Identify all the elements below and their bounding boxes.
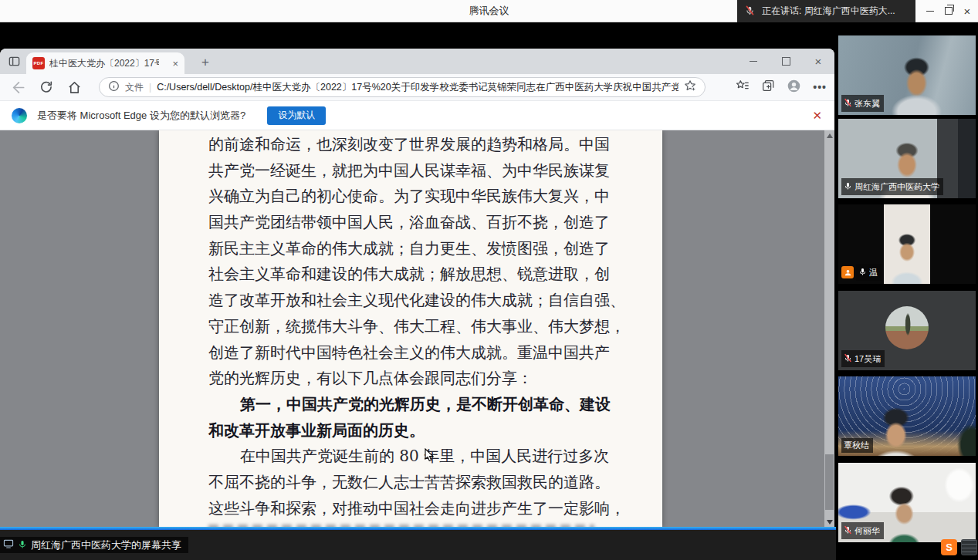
- back-button[interactable]: [11, 80, 25, 95]
- browser-minimize-button[interactable]: [737, 49, 770, 74]
- close-icon: ×: [815, 55, 822, 68]
- minimize-icon: [926, 11, 934, 12]
- toast-microphone-icon: [745, 5, 755, 19]
- browser-tab-active[interactable]: PDF 桂中医大党办〔2022〕17号 关于 ×: [26, 52, 184, 74]
- add-favorite-star-icon[interactable]: [684, 79, 696, 95]
- participant-tile-3[interactable]: 温: [838, 204, 976, 284]
- scrollbar-thumb[interactable]: [825, 454, 834, 510]
- participant-name: 张东翼: [854, 98, 880, 110]
- refresh-button[interactable]: [39, 80, 53, 94]
- document-line: 创造了新时代中国特色社会主义的伟大成就。重温中国共产: [208, 340, 652, 366]
- pdf-file-icon: PDF: [32, 57, 45, 69]
- maximize-icon: [782, 57, 790, 66]
- close-icon: ×: [964, 5, 971, 17]
- document-line: 社会主义革命和建设的伟大成就；解放思想、锐意进取，创: [208, 261, 652, 288]
- sogou-input-icon[interactable]: S: [941, 539, 957, 555]
- participant-tile-5[interactable]: 覃秋结: [838, 376, 976, 456]
- browser-close-button[interactable]: ×: [802, 49, 834, 74]
- participant-nameplate: 17吴瑞: [841, 350, 885, 367]
- participant-avatar: [885, 306, 929, 349]
- participants-sidebar: 张东翼周红海广西中医药大学温17吴瑞覃秋结何丽华: [836, 22, 978, 560]
- participant-nameplate: 温: [841, 264, 882, 281]
- participant-tile-6[interactable]: 何丽华: [838, 463, 976, 542]
- address-bar[interactable]: 文件 | C:/Users/dell/Desktop/桂中医大党办〔2022〕1…: [99, 77, 706, 97]
- participant-name: 何丽华: [854, 525, 880, 537]
- close-button[interactable]: ×: [958, 0, 976, 22]
- browser-tabstrip: PDF 桂中医大党办〔2022〕17号 关于 × + ×: [0, 49, 834, 74]
- edge-logo-icon: [12, 108, 27, 123]
- default-browser-notification-bar: 是否要将 Microsoft Edge 设为您的默认浏览器? 设为默认 ✕: [0, 101, 834, 130]
- participant-tile-1[interactable]: 张东翼: [838, 35, 976, 115]
- info-icon[interactable]: [108, 80, 120, 95]
- tab-close-icon[interactable]: ×: [172, 58, 178, 69]
- notification-message: 是否要将 Microsoft Edge 设为您的默认浏览器?: [37, 109, 245, 123]
- participant-name: 温: [869, 267, 878, 278]
- participant-name: 17吴瑞: [854, 353, 881, 365]
- mic-on-icon: [844, 180, 852, 194]
- document-line: 这些斗争和探索，对推动中国社会走向进步产生了一定影响，: [208, 496, 652, 522]
- scroll-down-arrow[interactable]: [827, 520, 833, 525]
- restore-icon: [945, 7, 953, 15]
- document-line: 国共产党团结带领中国人民，浴血奋战、百折不挠，创造了: [208, 210, 652, 236]
- minimize-icon: [750, 61, 757, 62]
- edge-browser-window: PDF 桂中医大党办〔2022〕17号 关于 × + ×: [0, 49, 834, 527]
- restore-button[interactable]: [939, 0, 958, 22]
- set-default-button[interactable]: 设为默认: [267, 106, 326, 125]
- participant-nameplate: 周红海广西中医药大学: [841, 178, 943, 195]
- browser-window-controls: ×: [737, 49, 834, 74]
- collections-icon[interactable]: [761, 79, 775, 96]
- document-line: 和改革开放事业新局面的历史。: [208, 418, 652, 444]
- screen-share-icon: [3, 538, 14, 552]
- meeting-bottom-bar: 周红海广西中医药大学的屏幕共享: [0, 530, 836, 560]
- document-line: 守正创新，统揽伟大斗争、伟大工程、伟大事业、伟大梦想，: [208, 314, 652, 340]
- toolbar-right-icons: •••: [736, 74, 827, 100]
- participant-nameplate: 张东翼: [841, 95, 884, 112]
- participant-name: 覃秋结: [844, 440, 869, 451]
- screen-share-label: 周红海广西中医药大学的屏幕共享: [31, 538, 181, 552]
- document-line: 第一，中国共产党的光辉历史，是不断开创革命、建设: [208, 392, 652, 418]
- minimize-button[interactable]: [921, 0, 939, 22]
- ime-indicator: S: [941, 539, 977, 555]
- participant-nameplate: 覃秋结: [841, 438, 873, 453]
- meeting-window-controls: ×: [921, 0, 976, 22]
- participant-tile-2[interactable]: 周红海广西中医药大学: [838, 119, 976, 198]
- browser-maximize-button[interactable]: [770, 49, 802, 74]
- document-line: 不屈不挠的斗争，无数仁人志士苦苦探索救国救民的道路。: [208, 470, 652, 496]
- document-line: 造了改革开放和社会主义现代化建设的伟大成就；自信自强、: [208, 288, 652, 314]
- pdf-viewer: 的前途和命运，也深刻改变了世界发展的趋势和格局。中国共产党一经诞生，就把为中国人…: [0, 130, 834, 527]
- mouse-cursor: [425, 448, 435, 465]
- document-line: 共产党一经诞生，就把为中国人民谋幸福、为中华民族谋复: [208, 158, 652, 184]
- mic-muted-icon: [844, 352, 852, 366]
- profile-avatar-icon[interactable]: [787, 79, 801, 96]
- document-text: 的前途和命运，也深刻改变了世界发展的趋势和格局。中国共产党一经诞生，就把为中国人…: [208, 132, 652, 527]
- screen-share-status[interactable]: 周红海广西中医药大学的屏幕共享: [0, 537, 188, 553]
- participant-name: 周红海广西中医药大学: [854, 181, 939, 193]
- notification-close-icon[interactable]: ✕: [812, 109, 822, 123]
- pdf-page: 的前途和命运，也深刻改变了世界发展的趋势和格局。中国共产党一经诞生，就把为中国人…: [159, 130, 662, 527]
- document-line: 党的光辉历史，有以下几点体会跟同志们分享：: [208, 366, 652, 392]
- address-divider: |: [149, 82, 151, 93]
- favorites-icon[interactable]: [736, 79, 750, 96]
- url-text: C:/Users/dell/Desktop/桂中医大党办〔2022〕17号%20…: [157, 81, 679, 94]
- speaking-toast[interactable]: 正在讲话: 周红海广西中医药大...: [737, 0, 915, 22]
- settings-menu-icon[interactable]: •••: [813, 81, 827, 93]
- tab-actions-button[interactable]: [8, 55, 21, 71]
- person-badge-icon: [841, 266, 854, 278]
- mic-muted-icon: [844, 96, 852, 110]
- participant-tile-4[interactable]: 17吴瑞: [838, 291, 976, 370]
- mic-muted-icon: [844, 524, 852, 538]
- mic-on-icon: [858, 265, 867, 279]
- tab-title: 桂中医大党办〔2022〕17号 关于: [49, 57, 159, 70]
- new-tab-button[interactable]: +: [195, 52, 215, 73]
- vertical-scrollbar[interactable]: [824, 130, 834, 527]
- keyboard-icon[interactable]: [961, 539, 977, 555]
- mic-on-icon: [18, 538, 27, 552]
- screen-share-border: [0, 527, 836, 530]
- meeting-app-window: 腾讯会议 正在讲话: 周红海广西中医药大... × PDF 桂中医大党办〔202…: [0, 0, 978, 560]
- url-scheme-label: 文件: [125, 81, 144, 94]
- speaking-toast-text: 正在讲话: 周红海广西中医药大...: [762, 5, 895, 18]
- participant-nameplate: 何丽华: [841, 522, 884, 539]
- scroll-up-arrow[interactable]: [827, 133, 833, 138]
- home-button[interactable]: [67, 80, 82, 95]
- browser-toolbar: 文件 | C:/Users/dell/Desktop/桂中医大党办〔2022〕1…: [0, 74, 834, 101]
